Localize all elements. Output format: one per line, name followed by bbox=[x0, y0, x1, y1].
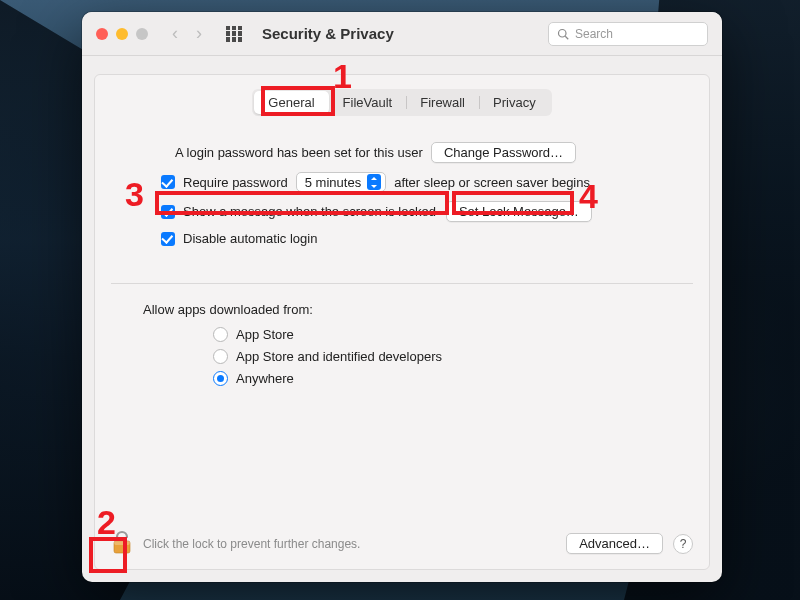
zoom-window-button[interactable] bbox=[136, 28, 148, 40]
tab-filevault[interactable]: FileVault bbox=[329, 91, 407, 114]
radio-identified-developers-label: App Store and identified developers bbox=[236, 349, 442, 364]
window-content: General FileVault Firewall Privacy A log… bbox=[82, 56, 722, 582]
nav-arrows: ‹ › bbox=[172, 23, 202, 44]
tab-privacy[interactable]: Privacy bbox=[479, 91, 550, 114]
disable-auto-login-label: Disable automatic login bbox=[183, 231, 317, 246]
tab-general[interactable]: General bbox=[254, 91, 328, 114]
radio-row-app-store: App Store bbox=[213, 327, 661, 342]
search-field[interactable] bbox=[548, 22, 708, 46]
disable-auto-login-row: Disable automatic login bbox=[143, 231, 661, 246]
traffic-lights bbox=[96, 28, 148, 40]
preferences-window: ‹ › Security & Privacy General FileVault… bbox=[82, 12, 722, 582]
radio-anywhere[interactable] bbox=[213, 371, 228, 386]
section-divider bbox=[111, 283, 693, 284]
settings-panel: General FileVault Firewall Privacy A log… bbox=[94, 74, 710, 570]
show-all-prefs-button[interactable] bbox=[226, 26, 242, 42]
radio-app-store-label: App Store bbox=[236, 327, 294, 342]
tab-firewall[interactable]: Firewall bbox=[406, 91, 479, 114]
require-password-delay-value: 5 minutes bbox=[305, 175, 361, 190]
password-set-text: A login password has been set for this u… bbox=[175, 145, 423, 160]
lock-message-label: Show a message when the screen is locked bbox=[183, 204, 436, 219]
tab-bar: General FileVault Firewall Privacy bbox=[252, 89, 551, 116]
disable-auto-login-checkbox[interactable] bbox=[161, 232, 175, 246]
apps-radio-group: App Store App Store and identified devel… bbox=[143, 327, 661, 386]
svg-rect-3 bbox=[114, 541, 130, 545]
panel-footer: Click the lock to prevent further change… bbox=[111, 522, 693, 557]
advanced-button[interactable]: Advanced… bbox=[566, 533, 663, 554]
help-button[interactable]: ? bbox=[673, 534, 693, 554]
close-window-button[interactable] bbox=[96, 28, 108, 40]
forward-button[interactable]: › bbox=[196, 23, 202, 44]
lock-message-checkbox[interactable] bbox=[161, 205, 175, 219]
require-password-delay-select[interactable]: 5 minutes bbox=[296, 172, 386, 192]
back-button[interactable]: ‹ bbox=[172, 23, 178, 44]
search-input[interactable] bbox=[575, 27, 699, 41]
svg-point-0 bbox=[559, 29, 567, 37]
apps-section: Allow apps downloaded from: App Store Ap… bbox=[111, 302, 693, 393]
require-password-row: Require password 5 minutes after sleep o… bbox=[143, 172, 661, 192]
login-section: A login password has been set for this u… bbox=[111, 142, 693, 255]
lock-icon[interactable] bbox=[111, 530, 133, 557]
lock-hint-text: Click the lock to prevent further change… bbox=[143, 537, 360, 551]
radio-identified-developers[interactable] bbox=[213, 349, 228, 364]
svg-line-1 bbox=[565, 36, 568, 39]
window-titlebar: ‹ › Security & Privacy bbox=[82, 12, 722, 56]
minimize-window-button[interactable] bbox=[116, 28, 128, 40]
radio-row-anywhere: Anywhere bbox=[213, 371, 661, 386]
change-password-button[interactable]: Change Password… bbox=[431, 142, 576, 163]
apps-section-heading: Allow apps downloaded from: bbox=[143, 302, 661, 317]
password-set-row: A login password has been set for this u… bbox=[175, 142, 661, 163]
radio-anywhere-label: Anywhere bbox=[236, 371, 294, 386]
require-password-suffix: after sleep or screen saver begins bbox=[394, 175, 590, 190]
require-password-checkbox[interactable] bbox=[161, 175, 175, 189]
radio-app-store[interactable] bbox=[213, 327, 228, 342]
window-title: Security & Privacy bbox=[262, 25, 394, 42]
set-lock-message-button[interactable]: Set Lock Message… bbox=[446, 201, 592, 222]
require-password-prefix: Require password bbox=[183, 175, 288, 190]
search-icon bbox=[557, 28, 569, 40]
select-stepper-icon bbox=[367, 174, 381, 190]
lock-message-row: Show a message when the screen is locked… bbox=[143, 201, 661, 222]
radio-row-identified: App Store and identified developers bbox=[213, 349, 661, 364]
